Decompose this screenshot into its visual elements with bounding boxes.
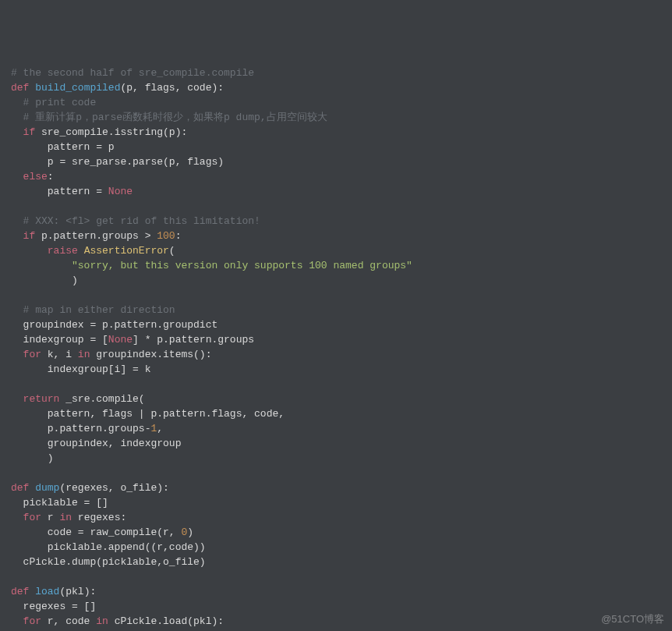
code-line	[11, 569, 672, 584]
token-op: (	[169, 245, 175, 257]
code-line: if sre_compile.isstring(p):	[11, 125, 672, 140]
token-op	[11, 171, 23, 183]
code-line: for r, code in cPickle.load(pkl):	[11, 614, 672, 629]
token-fn: dump	[35, 482, 59, 494]
code-line: p = sre_parse.parse(p, flags)	[11, 154, 672, 169]
token-op	[11, 97, 23, 108]
token-op	[11, 615, 23, 627]
code-line: def dump(regexes, o_file):	[11, 480, 672, 495]
code-line: # map in either direction	[11, 303, 672, 317]
token-op: r, code	[41, 615, 96, 627]
code-line: picklable.append((r,code))	[11, 540, 672, 555]
token-op	[11, 230, 23, 242]
code-line: indexgroup = [None] * p.pattern.groups	[11, 332, 672, 347]
code-line	[11, 466, 672, 480]
code-line: code = raw_compile(r, 0)	[11, 525, 672, 540]
token-kw: in	[59, 512, 72, 523]
token-kw: def	[11, 482, 35, 494]
token-op	[11, 245, 48, 257]
code-line: p.pattern.groups-1,	[11, 421, 672, 436]
token-op: picklable = []	[11, 497, 108, 509]
token-op: :	[48, 171, 54, 183]
token-kw: for	[23, 615, 41, 627]
token-op	[78, 245, 84, 257]
token-op: pattern =	[11, 186, 108, 197]
token-op: groupindex, indexgroup	[11, 438, 181, 449]
token-str: "sorry, but this version only supports 1…	[72, 260, 412, 271]
code-line: )	[11, 273, 672, 288]
token-op: p.pattern.groups >	[35, 230, 157, 242]
token-fn: load	[35, 586, 59, 597]
token-op: :	[175, 230, 182, 242]
token-kw: if	[23, 126, 36, 138]
token-op	[11, 378, 17, 390]
code-line: # the second half of sre_compile.compile	[11, 66, 672, 80]
token-op: pattern = p	[11, 141, 115, 153]
token-op: sre_compile.isstring(p):	[35, 126, 187, 138]
token-c: # XXX: <fl> get rid of this limitation!	[23, 215, 260, 227]
token-op: ,	[157, 423, 163, 434]
token-op: groupindex.items():	[90, 349, 211, 360]
token-op	[11, 200, 17, 212]
code-line: picklable = []	[11, 495, 672, 510]
watermark: @51CTO博客	[601, 612, 664, 626]
token-op	[11, 467, 17, 479]
token-num: 100	[157, 230, 175, 242]
token-op: (p, flags, code):	[120, 82, 224, 94]
token-c: # 重新计算p，parse函数耗时很少，如果将p dump,占用空间较大	[23, 112, 327, 123]
code-line: def build_compiled(p, flags, code):	[11, 80, 672, 95]
token-kw: return	[23, 393, 60, 405]
code-line: return _sre.compile(	[11, 392, 672, 406]
token-c: # print code	[23, 97, 97, 108]
token-op: indexgroup = [	[11, 334, 108, 346]
token-kw: def	[11, 82, 35, 94]
token-op: p.pattern.groups	[11, 423, 145, 434]
code-line: if p.pattern.groups > 100:	[11, 229, 672, 243]
code-block: # the second half of sre_compile.compile…	[11, 66, 672, 631]
token-kw: if	[23, 230, 36, 242]
token-op	[11, 215, 23, 227]
token-kw: def	[11, 586, 35, 597]
token-op	[11, 112, 23, 123]
token-op	[11, 349, 23, 360]
token-op: groupindex = p.pattern.groupdict	[11, 319, 218, 331]
token-op	[11, 289, 17, 301]
token-ye: AssertionError	[84, 245, 169, 257]
token-kw: raise	[48, 245, 78, 257]
token-op	[11, 512, 23, 523]
token-op: )	[11, 452, 54, 464]
token-op: cPickle.dump(picklable,o_file)	[11, 556, 206, 568]
token-op: )	[11, 275, 78, 286]
token-op: cPickle.load(pkl):	[108, 615, 224, 627]
code-line: # print code	[11, 95, 672, 110]
code-line: # 重新计算p，parse函数耗时很少，如果将p dump,占用空间较大	[11, 110, 672, 125]
token-op: regexes:	[72, 512, 126, 523]
code-line: regexes = []	[11, 599, 672, 614]
token-op: r	[41, 512, 59, 523]
code-line: pattern, flags | p.pattern.flags, code,	[11, 406, 672, 421]
token-op: p = sre_parse.parse(p, flags)	[11, 156, 224, 168]
token-op: code = raw_compile(r,	[11, 526, 181, 538]
code-line: groupindex = p.pattern.groupdict	[11, 317, 672, 332]
code-line: raise AssertionError(	[11, 243, 672, 258]
code-line	[11, 199, 672, 214]
code-line: pattern = None	[11, 184, 672, 199]
code-line: groupindex, indexgroup	[11, 436, 672, 451]
code-line: "sorry, but this version only supports 1…	[11, 258, 672, 273]
token-op	[11, 126, 23, 138]
token-op: (pkl):	[59, 586, 96, 597]
token-c: # the second half of sre_compile.compile	[11, 67, 254, 79]
token-op	[11, 571, 17, 583]
token-nn: None	[108, 186, 133, 197]
token-c: # map in either direction	[23, 304, 175, 316]
code-line	[11, 377, 672, 392]
token-fn: build_compiled	[35, 82, 120, 94]
code-line: else:	[11, 169, 672, 184]
token-op: picklable.append((r,code))	[11, 541, 206, 553]
token-kw: in	[78, 349, 90, 360]
token-kw: in	[96, 615, 108, 627]
token-nn: None	[108, 334, 133, 346]
token-kw: else	[23, 171, 48, 183]
token-op: ] * p.pattern.groups	[133, 334, 254, 346]
code-line: # XXX: <fl> get rid of this limitation!	[11, 214, 672, 229]
